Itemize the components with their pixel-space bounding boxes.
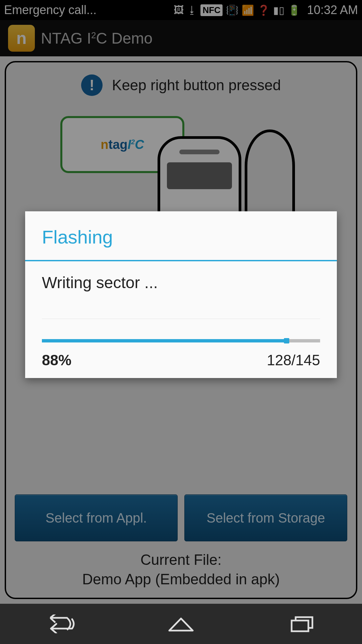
home-button[interactable] xyxy=(161,614,201,634)
progress-fill xyxy=(42,339,287,342)
back-icon xyxy=(44,614,77,633)
progress-count: 128/145 xyxy=(267,352,320,369)
progress-head xyxy=(284,338,289,343)
flashing-dialog: Flashing Writing sector ... 88% 128/145 xyxy=(25,211,337,378)
recents-icon xyxy=(285,614,318,633)
home-icon xyxy=(164,614,198,633)
recents-button[interactable] xyxy=(282,614,322,634)
dialog-title: Flashing xyxy=(25,211,337,260)
dialog-body: Writing sector ... 88% 128/145 xyxy=(25,261,337,378)
dialog-separator xyxy=(42,319,320,319)
dialog-message: Writing sector ... xyxy=(42,273,320,292)
svg-rect-0 xyxy=(292,621,308,631)
progress-percent: 88% xyxy=(42,352,71,369)
back-button[interactable] xyxy=(40,614,80,634)
progress-labels: 88% 128/145 xyxy=(42,352,320,369)
progress-bar xyxy=(42,339,320,342)
android-nav-bar xyxy=(0,604,362,644)
